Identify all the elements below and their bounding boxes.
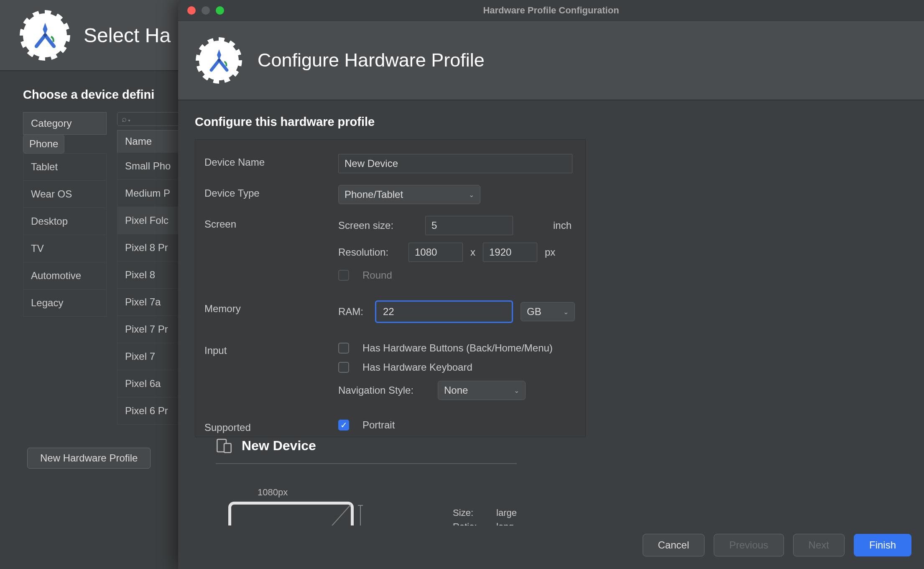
device-item[interactable]: Pixel 7a [117,288,184,316]
x-separator: x [470,246,475,258]
dialog-titlebar: Hardware Profile Configuration [178,0,924,21]
ram-unit-value: GB [527,306,541,318]
input-label: Input [204,342,338,356]
svg-rect-3 [224,443,231,453]
chevron-down-icon: ⌄ [469,191,474,199]
next-button: Next [793,534,845,556]
window-maximize-button[interactable] [216,6,224,15]
screen-size-label: Screen size: [338,220,418,231]
round-checkbox [338,270,349,281]
hardware-buttons-checkbox[interactable] [338,343,349,354]
android-studio-logo-icon [199,41,239,80]
portrait-checkbox[interactable]: ✓ [338,420,349,431]
dialog-header-title: Configure Hardware Profile [258,49,485,71]
resolution-width-input[interactable] [408,243,463,262]
previous-button: Previous [714,534,784,556]
back-window-title: Select Ha [84,24,171,47]
preview-stats: Size:large Ratio:long Density:mdpi [453,506,517,525]
hardware-keyboard-label: Has Hardware Keyboard [362,361,472,373]
ram-label: RAM: [338,306,368,318]
device-search-input[interactable]: ⌕▾ [117,112,184,126]
cancel-button[interactable]: Cancel [643,534,705,556]
ram-unit-select[interactable]: GB ⌄ [521,302,575,321]
window-minimize-button[interactable] [202,6,210,15]
navigation-style-value: None [444,384,468,396]
device-item[interactable]: Pixel 7 [117,343,184,370]
category-item-wear-os[interactable]: Wear OS [23,180,107,208]
device-item[interactable]: Pixel 8 Pr [117,234,184,261]
screen-size-input[interactable] [425,216,513,235]
ram-input[interactable] [375,300,513,323]
dialog-window-title: Hardware Profile Configuration [483,5,619,16]
device-item[interactable]: Pixel 6 Pr [117,397,184,425]
finish-button[interactable]: Finish [854,534,911,556]
height-indicator-icon [360,505,361,525]
device-type-select[interactable]: Phone/Tablet ⌄ [338,185,480,204]
inch-unit-label: inch [553,220,572,231]
search-icon: ⌕▾ [122,114,132,124]
device-type-value: Phone/Tablet [345,189,403,200]
resolution-height-input[interactable] [483,243,537,262]
new-hardware-profile-button[interactable]: New Hardware Profile [27,448,151,469]
hardware-keyboard-checkbox[interactable] [338,362,349,373]
round-label: Round [362,269,392,281]
device-name-input[interactable] [338,154,572,173]
device-type-label: Device Type [204,185,338,199]
category-item-tv[interactable]: TV [23,235,107,262]
device-item[interactable]: Pixel 7 Pr [117,315,184,343]
portrait-label: Portrait [362,419,395,431]
supported-label: Supported [204,419,338,433]
preview-width-label: 1080px [258,487,288,498]
navigation-style-select[interactable]: None ⌄ [438,381,526,400]
category-item-phone[interactable]: Phone [23,134,64,154]
device-preview-diagram: 1080px 1920px 5.0" Size:large Ratio:long… [216,485,517,525]
category-item-automotive[interactable]: Automotive [23,262,107,290]
svg-line-4 [231,505,351,525]
screen-label: Screen [204,216,338,230]
device-name-label: Device Name [204,154,338,168]
memory-label: Memory [204,300,338,315]
devices-icon [216,437,232,454]
chevron-down-icon: ⌄ [514,387,519,395]
svg-point-1 [217,59,220,62]
hardware-buttons-label: Has Hardware Buttons (Back/Home/Menu) [362,342,553,354]
name-column-header[interactable]: Name [117,130,184,153]
category-item-legacy[interactable]: Legacy [23,289,107,317]
hardware-profile-dialog: Hardware Profile Configuration Configure… [178,0,924,569]
device-preview-panel: New Device 1080px 1920px 5.0" Size:large… [216,437,517,525]
device-item[interactable]: Pixel 8 [117,261,184,289]
px-unit-label: px [545,246,555,258]
section-title: Configure this hardware profile [195,115,907,129]
device-item[interactable]: Pixel Folc [117,207,184,234]
window-close-button[interactable] [187,6,196,15]
category-item-tablet[interactable]: Tablet [23,153,107,181]
preview-device-name: New Device [242,438,316,454]
navigation-style-label: Navigation Style: [338,384,430,396]
device-item[interactable]: Small Pho [117,152,184,180]
dialog-button-bar: Cancel Previous Next Finish [178,525,924,569]
android-studio-logo-icon [23,13,67,57]
category-column-header[interactable]: Category [23,112,107,135]
dialog-header: Configure Hardware Profile [178,21,924,100]
hardware-form-panel: Device Name Device Type Phone/Tablet ⌄ S… [195,139,586,437]
category-item-desktop[interactable]: Desktop [23,208,107,235]
chevron-down-icon: ⌄ [563,308,569,316]
device-item[interactable]: Medium P [117,179,184,207]
resolution-label: Resolution: [338,246,401,258]
svg-point-0 [43,33,46,37]
device-item[interactable]: Pixel 6a [117,370,184,397]
